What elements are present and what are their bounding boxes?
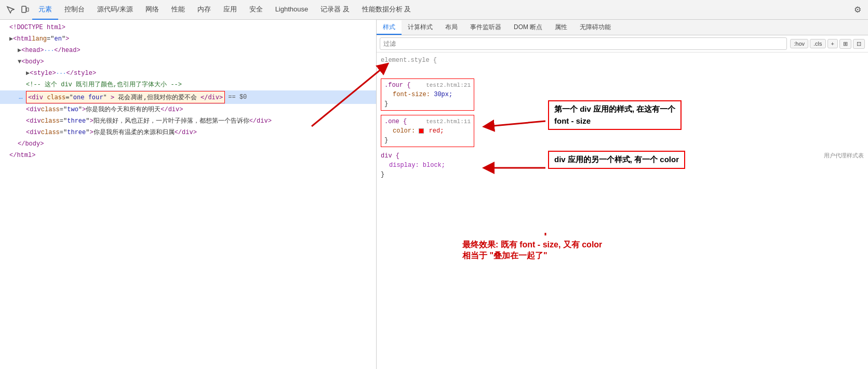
dom-doctype: <!DOCTYPE html> xyxy=(0,22,376,33)
tab-layout[interactable]: 布局 xyxy=(439,20,464,35)
dom-body-close: </body> xyxy=(0,138,376,150)
dom-panel[interactable]: <!DOCTYPE html> ▶ <html lang="en" > ▶ <h… xyxy=(0,20,377,369)
styles-panel: 样式 计算样式 布局 事件监听器 DOM 断点 属性 无障碍功能 :hov .c… xyxy=(377,20,868,369)
filter-input[interactable] xyxy=(380,37,787,50)
dom-html[interactable]: ▶ <html lang="en" > xyxy=(0,33,376,45)
tab-accessibility[interactable]: 无障碍功能 xyxy=(573,20,617,35)
dom-div-three-1[interactable]: <div class="three" > 阳光很好，风也正好，一片叶子掉落，都想… xyxy=(0,115,376,127)
filter-bar: :hov .cls + ⊞ ⊡ xyxy=(377,35,868,52)
one-selector-line: .one { test2.html:11 xyxy=(384,117,471,126)
one-close-line: } xyxy=(384,136,471,145)
element-style-rule: element.style { } xyxy=(381,56,864,74)
dom-comment: <!-- 这个 div 既引用了颜色,也引用了字体大小 --> xyxy=(0,79,376,90)
one-rule-box: .one { test2.html:11 color: red; } xyxy=(381,115,474,147)
dom-body-open[interactable]: ▼ <body> xyxy=(0,56,376,68)
dom-selected-div[interactable]: … <div class="one four" > 花会凋谢,但我对你的爱不会 … xyxy=(0,90,376,104)
tab-event-listeners[interactable]: 事件监听器 xyxy=(464,20,508,35)
filter-actions: :hov .cls + ⊞ ⊡ xyxy=(790,39,865,49)
tab-elements[interactable]: 元素 xyxy=(32,0,58,20)
element-style-close: } xyxy=(381,65,864,74)
four-rule-box: .four { test2.html:21 font-size: 30px; } xyxy=(381,78,474,111)
device-icon[interactable] xyxy=(18,3,32,17)
styles-tabs: 样式 计算样式 布局 事件监听器 DOM 断点 属性 无障碍功能 xyxy=(377,20,868,35)
dom-head[interactable]: ▶ <head> ··· </head> xyxy=(0,45,376,56)
svg-rect-1 xyxy=(26,8,29,11)
four-close-line: } xyxy=(384,99,471,109)
dollar-zero: == $0 xyxy=(228,92,247,102)
hov-button[interactable]: :hov xyxy=(790,39,808,48)
tab-recorder[interactable]: 记录器 及 xyxy=(314,0,356,20)
tab-sources[interactable]: 源代码/来源 xyxy=(91,0,139,20)
div-property-line: display: block; xyxy=(381,161,864,170)
tab-lighthouse[interactable]: Lighthouse xyxy=(269,0,315,20)
tab-dom-breakpoints[interactable]: DOM 断点 xyxy=(508,20,549,35)
layout-icon-btn[interactable]: ⊞ xyxy=(839,39,851,49)
div-rule: div { 用户代理样式表 display: block; } xyxy=(381,151,864,179)
tab-computed[interactable]: 计算样式 xyxy=(402,20,439,35)
div-selector-line: div { 用户代理样式表 xyxy=(381,151,864,161)
devtools-body: <!DOCTYPE html> ▶ <html lang="en" > ▶ <h… xyxy=(0,20,868,369)
settings-icon[interactable]: ⚙ xyxy=(850,3,865,17)
one-property-line: color: red; xyxy=(384,126,471,136)
four-property-line: font-size: 30px; xyxy=(384,90,471,99)
dom-html-close: </html> xyxy=(0,150,376,161)
tab-network[interactable]: 网络 xyxy=(139,0,165,20)
color-swatch-red xyxy=(419,128,424,134)
tab-properties[interactable]: 属性 xyxy=(549,20,573,35)
devtools-toolbar: 元素 控制台 源代码/来源 网络 性能 内存 应用 安全 Lighthouse … xyxy=(0,0,868,20)
dom-style[interactable]: ▶ <style> ··· </style> xyxy=(0,68,376,79)
tab-memory[interactable]: 内存 xyxy=(191,0,217,20)
tab-styles[interactable]: 样式 xyxy=(377,20,402,35)
dock-icon-btn[interactable]: ⊡ xyxy=(853,39,865,49)
element-style-selector: element.style { xyxy=(381,56,864,65)
dot-marker: … xyxy=(19,92,26,102)
highlighted-div-content: <div class="one four" > 花会凋谢,但我对你的爱不会 </… xyxy=(26,91,225,103)
plus-button[interactable]: + xyxy=(827,39,838,48)
div-close-line: } xyxy=(381,170,864,179)
styles-content: element.style { } .four { test2.html:21 … xyxy=(377,52,868,369)
svg-rect-0 xyxy=(22,6,26,12)
tab-perf-insights[interactable]: 性能数据分析 及 xyxy=(356,0,418,20)
dom-div-two[interactable]: <div class="two" > 你是我的今天和所有的明天 </div> xyxy=(0,104,376,115)
dom-div-three-2[interactable]: <div class="three" > 你是我所有温柔的来源和归属 </div… xyxy=(0,127,376,138)
tab-security[interactable]: 安全 xyxy=(243,0,269,20)
tab-application[interactable]: 应用 xyxy=(217,0,243,20)
inspect-icon[interactable] xyxy=(3,3,18,17)
tab-console[interactable]: 控制台 xyxy=(58,0,91,20)
tab-performance[interactable]: 性能 xyxy=(165,0,191,20)
cls-button[interactable]: .cls xyxy=(810,39,826,48)
four-selector-line: .four { test2.html:21 xyxy=(384,81,471,90)
